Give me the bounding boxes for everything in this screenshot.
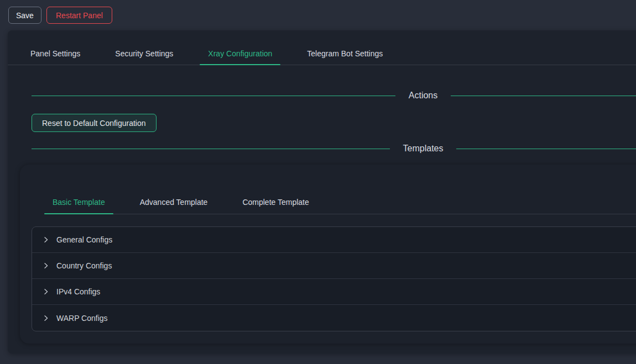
- tab-advanced-template[interactable]: Advanced Template: [132, 178, 216, 214]
- chevron-right-icon: [42, 236, 50, 244]
- collapse-item-label: Country Configs: [56, 261, 112, 270]
- divider-line: [456, 149, 636, 149]
- settings-tabbar: Panel Settings Security Settings Xray Co…: [8, 30, 636, 65]
- save-button[interactable]: Save: [8, 7, 41, 24]
- collapse-item-label: WARP Configs: [56, 314, 108, 323]
- divider-line: [451, 96, 636, 96]
- collapse-item-warp-configs[interactable]: WARP Configs: [32, 305, 636, 331]
- xray-configuration-page: Save Restart Panel Panel Settings Securi…: [0, 0, 636, 364]
- topbar: Save Restart Panel: [0, 0, 636, 30]
- chevron-right-icon: [42, 262, 50, 270]
- collapse-item-country-configs[interactable]: Country Configs: [32, 253, 636, 279]
- chevron-right-icon: [42, 314, 50, 322]
- collapse-item-ipv4-configs[interactable]: IPv4 Configs: [32, 279, 636, 305]
- templates-card: Basic Template Advanced Template Complet…: [20, 165, 636, 344]
- actions-divider-label: Actions: [409, 91, 437, 101]
- templates-tabbar: Basic Template Advanced Template Complet…: [44, 178, 636, 214]
- tab-panel-settings[interactable]: Panel Settings: [22, 30, 88, 65]
- tab-complete-template[interactable]: Complete Template: [234, 178, 317, 214]
- tab-xray-configuration[interactable]: Xray Configuration: [200, 30, 280, 65]
- settings-card: Panel Settings Security Settings Xray Co…: [8, 30, 636, 354]
- restart-panel-button[interactable]: Restart Panel: [46, 7, 112, 24]
- divider-line: [32, 149, 390, 149]
- divider-line: [32, 96, 395, 96]
- templates-divider-label: Templates: [403, 144, 444, 154]
- tab-basic-template[interactable]: Basic Template: [44, 178, 113, 214]
- collapse-item-label: IPv4 Configs: [56, 287, 100, 296]
- actions-divider: Actions: [32, 88, 636, 103]
- tab-telegram-bot-settings[interactable]: Telegram Bot Settings: [299, 30, 391, 65]
- template-config-collapse: General Configs Country Configs IPv4 Con…: [32, 226, 636, 331]
- templates-divider: Templates: [32, 141, 636, 156]
- collapse-item-general-configs[interactable]: General Configs: [32, 227, 636, 253]
- chevron-right-icon: [42, 288, 50, 296]
- reset-default-configuration-button[interactable]: Reset to Default Configuration: [32, 114, 157, 132]
- tab-security-settings[interactable]: Security Settings: [107, 30, 181, 65]
- collapse-item-label: General Configs: [56, 235, 112, 244]
